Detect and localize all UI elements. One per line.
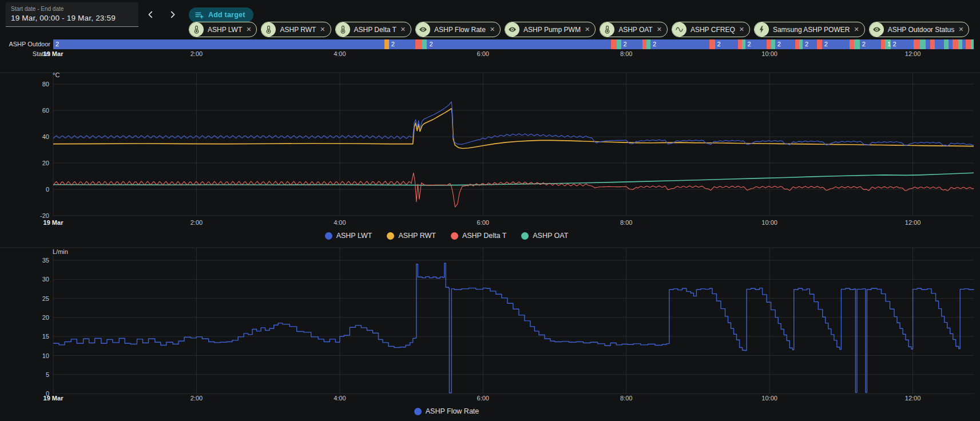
svg-text:-20: -20 [40,212,49,219]
svg-text:0: 0 [46,186,49,193]
svg-text:40: 40 [42,133,49,140]
timeline-segment[interactable] [771,39,775,49]
target-chip-samsung-ashp-power[interactable]: Samsung ASHP POWER✕ [754,22,865,37]
timeline-state-value: 2 [805,39,808,49]
add-target-button[interactable]: Add target [189,7,253,22]
timeline-state-value: 2 [748,39,751,49]
temperature-chart[interactable]: 806040200-2019 Mar2:004:006:008:0010:001… [0,60,980,232]
timeline-segment[interactable] [415,39,422,49]
target-chip-ashp-rwt[interactable]: ASHP RWT✕ [261,22,331,37]
target-chip-ashp-outdoor-status[interactable]: ASHP Outdoor Status✕ [869,22,970,37]
timeline-segment[interactable] [646,39,650,49]
remove-chip-icon[interactable]: ✕ [585,26,590,33]
timeline-segment[interactable] [817,39,822,49]
legend-color-dot [325,232,332,240]
add-target-label: Add target [208,11,245,19]
svg-text:10:00: 10:00 [761,219,777,226]
timeline-segment[interactable] [914,39,920,49]
legend-item-ashp-lwt[interactable]: ASHP LWT [325,232,372,240]
status-timeline-bar[interactable]: 2222222222212 [53,39,974,49]
eye-icon [872,25,881,34]
target-chip-ashp-oat[interactable]: ASHP OAT✕ [600,22,668,37]
timeline-segment[interactable] [611,39,617,49]
timeline-segment[interactable] [944,39,949,49]
timeline-state-value: 2 [653,39,656,49]
next-period-button[interactable] [162,4,182,25]
remove-chip-icon[interactable]: ✕ [400,26,406,33]
chip-icon-circle [336,22,350,37]
remove-chip-icon[interactable]: ✕ [490,26,495,33]
timeline-state-value: 2 [824,39,828,49]
timeline-segment[interactable] [422,39,427,49]
timeline-segment[interactable] [953,39,958,49]
timeline-segment[interactable] [738,39,742,49]
legend-label: ASHP RWT [398,232,436,240]
legend-item-ashp-flow-rate[interactable]: ASHP Flow Rate [414,407,479,415]
timeline-segment[interactable] [930,39,935,49]
thermometer-icon [192,25,201,34]
chip-label: ASHP OAT [618,26,653,34]
timeline-segment[interactable] [617,39,621,49]
timeline-segment[interactable]: 2 [715,39,738,49]
chevron-left-icon [146,10,156,19]
legend-item-ashp-oat[interactable]: ASHP OAT [521,232,568,240]
remove-chip-icon[interactable]: ✕ [854,26,859,33]
timeline-segment[interactable] [881,39,885,49]
timeline-segment[interactable] [767,39,771,49]
svg-text:12:00: 12:00 [905,395,921,402]
timeline-segment[interactable]: 2 [650,39,709,49]
chip-label: ASHP RWT [280,26,316,34]
date-range-value: 19 Mar, 00:00 - 19 Mar, 23:59 [11,14,138,22]
timeline-segment[interactable] [642,39,646,49]
timeline-state-value: 2 [777,39,781,49]
svg-text:30: 30 [42,276,49,283]
timeline-segment[interactable]: 2 [745,39,767,49]
timeline-segment[interactable]: 2 [389,39,415,49]
target-chip-ashp-cfreq[interactable]: ASHP CFREQ✕ [672,22,750,37]
timeline-segment[interactable] [966,39,971,49]
temperature-chart-legend: ASHP LWTASHP RWTASHP Delta TASHP OAT [0,232,937,240]
remove-chip-icon[interactable]: ✕ [958,26,963,33]
timeline-segment[interactable] [920,39,926,49]
svg-text:20: 20 [42,314,49,321]
target-chip-ashp-pump-pwm[interactable]: ASHP Pump PWM✕ [505,22,596,37]
timeline-segment[interactable] [926,39,930,49]
svg-text:35: 35 [42,257,49,264]
chip-icon-circle [870,22,884,37]
timeline-segment[interactable] [949,39,953,49]
svg-text:2:00: 2:00 [191,219,203,226]
timeline-segment[interactable]: 2 [803,39,817,49]
series-ashp-oat [53,173,974,185]
remove-chip-icon[interactable]: ✕ [246,26,251,33]
remove-chip-icon[interactable]: ✕ [739,26,744,33]
timeline-segment[interactable] [971,39,974,49]
timeline-segment[interactable] [850,39,854,49]
legend-label: ASHP Delta T [462,232,506,240]
timeline-segment[interactable]: 2 [860,39,881,49]
timeline-segment[interactable]: 2 [53,39,384,49]
timeline-segment[interactable]: 2 [775,39,795,49]
timeline-segment[interactable] [795,39,799,49]
legend-item-ashp-delta-t[interactable]: ASHP Delta T [451,232,506,240]
remove-chip-icon[interactable]: ✕ [320,26,325,33]
timeline-segment[interactable] [935,39,943,49]
timeline-segment[interactable] [854,39,860,49]
eye-icon [508,25,517,34]
timeline-segment[interactable]: 2 [822,39,850,49]
legend-item-ashp-rwt[interactable]: ASHP RWT [387,232,436,240]
timeline-segment[interactable]: 2 [427,39,610,49]
flow-rate-chart[interactable]: 3530252015105019 Mar2:004:006:008:0010:0… [0,246,980,407]
previous-period-button[interactable] [140,4,161,25]
timeline-state-value: 2 [624,39,627,49]
target-chip-ashp-delta-t[interactable]: ASHP Delta T✕ [335,22,411,37]
remove-chip-icon[interactable]: ✕ [657,26,662,33]
timeline-segment[interactable]: 2 [891,39,914,49]
target-chip-ashp-lwt[interactable]: ASHP LWT✕ [189,22,257,37]
timeline-segment[interactable] [958,39,962,49]
timeline-segment[interactable] [709,39,715,49]
date-range-field[interactable]: Start date - End date 19 Mar, 00:00 - 19… [6,2,138,27]
target-chip-ashp-flow-rate[interactable]: ASHP Flow Rate✕ [415,22,501,37]
timeline-segment[interactable]: 2 [621,39,642,49]
timeline-segment[interactable]: 1 [885,39,891,49]
timeline-segment[interactable] [384,39,389,49]
